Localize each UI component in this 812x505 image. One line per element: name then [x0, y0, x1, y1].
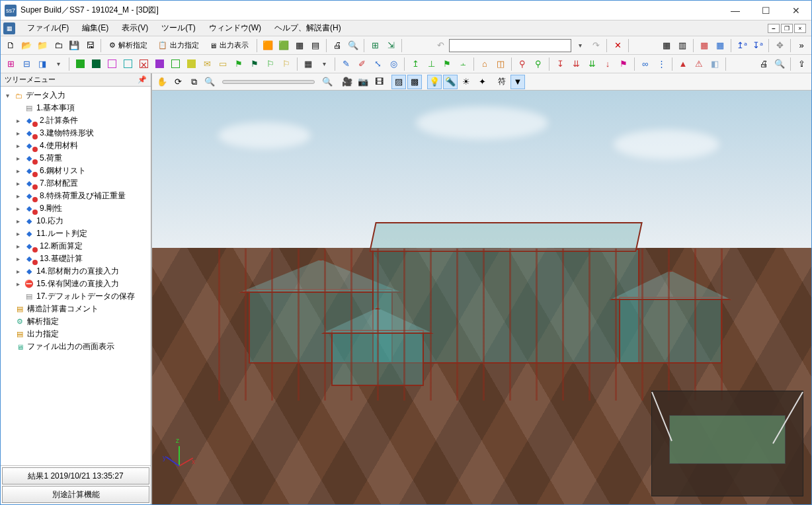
- export-icon[interactable]: ⇲: [384, 38, 398, 53]
- tree-item-2[interactable]: ▸◆2.計算条件: [2, 114, 149, 127]
- flag-m-icon[interactable]: ⚑: [616, 57, 631, 71]
- texture1-icon[interactable]: ▨: [391, 75, 406, 89]
- undo-icon[interactable]: ↶: [433, 38, 448, 53]
- link-icon[interactable]: ∞: [638, 57, 653, 71]
- tree-item-10[interactable]: ▸◆10.応力: [2, 215, 149, 227]
- tb2-icon[interactable]: 🟩: [276, 38, 291, 53]
- light3-icon[interactable]: ☀: [459, 75, 473, 89]
- folder-icon[interactable]: 🗀: [51, 38, 65, 53]
- annotation-toggle[interactable]: 符: [495, 75, 509, 89]
- load-down4-icon[interactable]: ↓: [600, 57, 615, 71]
- tree-extra-1[interactable]: ▤構造計算書コメント: [2, 303, 149, 315]
- zoom-icon[interactable]: 🔍: [202, 75, 217, 89]
- grid4-icon[interactable]: ▦: [713, 38, 727, 53]
- menu-file[interactable]: ファイル(F): [20, 21, 75, 35]
- load-down2-icon[interactable]: ⇊: [569, 57, 583, 71]
- grid3-icon[interactable]: ▦: [697, 38, 711, 53]
- warn2-icon[interactable]: ⚠: [692, 57, 706, 71]
- menu-window[interactable]: ウィンドウ(W): [202, 21, 268, 35]
- tree-item-1[interactable]: ▤1.基本事項: [2, 102, 149, 114]
- grid1-icon[interactable]: ▦: [659, 38, 674, 53]
- home-icon[interactable]: ⌂: [477, 57, 492, 71]
- tree-item-8[interactable]: ▸◆8.特殊荷重及び補正重量: [2, 190, 149, 202]
- analysis-spec-button[interactable]: ⚙解析指定: [104, 38, 152, 53]
- menu-tool[interactable]: ツール(T): [155, 21, 202, 35]
- shape-outline-icon[interactable]: [168, 57, 183, 71]
- tree-root[interactable]: ▾🗀 データ入力: [2, 89, 149, 102]
- output-display-button[interactable]: 🖥出力表示: [205, 38, 253, 53]
- open-icon[interactable]: 📂: [19, 38, 34, 53]
- mdi-minimize[interactable]: ‒: [768, 24, 780, 33]
- dropdown2-icon[interactable]: ▾: [51, 57, 65, 71]
- print2-icon[interactable]: 🖨: [756, 57, 771, 71]
- canvas-3d[interactable]: z x y: [152, 91, 811, 504]
- sort-desc-icon[interactable]: ↧ᵃ: [751, 38, 765, 53]
- load-down3-icon[interactable]: ⇊: [585, 57, 599, 71]
- menu-view[interactable]: 表示(V): [115, 21, 155, 35]
- command-input[interactable]: [449, 39, 571, 52]
- hand-icon[interactable]: ✋: [155, 75, 169, 89]
- pin-red-icon[interactable]: ⚲: [515, 57, 530, 71]
- save-icon[interactable]: 💾: [67, 38, 81, 53]
- level-icon[interactable]: ⫠: [456, 57, 470, 71]
- redo-icon[interactable]: ↷: [589, 38, 603, 53]
- texture2-icon[interactable]: ▩: [407, 75, 422, 89]
- shape-env-icon[interactable]: ✉: [200, 57, 214, 71]
- crop-icon[interactable]: ⧉: [186, 75, 201, 89]
- shape-flag-icon[interactable]: ⚑: [231, 57, 246, 71]
- light1-icon[interactable]: 💡: [427, 75, 442, 89]
- sort-asc-icon[interactable]: ↥ᵃ: [735, 38, 749, 53]
- dropdown-icon[interactable]: ▾: [573, 38, 587, 53]
- menu-edit[interactable]: 編集(E): [75, 21, 115, 35]
- tree-item-7[interactable]: ▸◆7.部材配置: [2, 177, 149, 190]
- tree-item-12[interactable]: ▸◆12.断面算定: [2, 240, 149, 252]
- tree-item-5[interactable]: ▸◆5.荷重: [2, 152, 149, 165]
- zoom2-icon[interactable]: 🔍: [320, 75, 335, 89]
- shape-x-icon[interactable]: ✕: [136, 57, 151, 71]
- result-button[interactable]: 結果1 2019/10/21 13:35:27: [2, 467, 149, 485]
- shape-yellow-icon[interactable]: [184, 57, 198, 71]
- camera1-icon[interactable]: 🎥: [340, 75, 354, 89]
- pin-green-icon[interactable]: ⚲: [531, 57, 546, 71]
- cube-icon[interactable]: ◧: [708, 57, 722, 71]
- shape-flag2-icon[interactable]: ⚑: [247, 57, 262, 71]
- tb1-icon[interactable]: 🟧: [261, 38, 275, 53]
- tree-extra-4[interactable]: 🖥ファイル出力の画面表示: [2, 340, 149, 353]
- target-icon[interactable]: ◎: [386, 57, 401, 71]
- output-spec-button[interactable]: 📋出力指定: [153, 38, 204, 53]
- matrix-icon[interactable]: ▦: [301, 57, 315, 71]
- plan-view-icon[interactable]: ⊟: [19, 57, 34, 71]
- delete-icon[interactable]: ✕: [610, 38, 625, 53]
- link2-icon[interactable]: ⋮: [654, 57, 669, 71]
- warn-icon[interactable]: ▲: [676, 57, 690, 71]
- maximize-button[interactable]: ☐: [751, 1, 781, 20]
- shape-cyan-icon[interactable]: [120, 57, 135, 71]
- shape-darkgreen-icon[interactable]: [89, 57, 103, 71]
- wand-icon[interactable]: ✎: [339, 57, 353, 71]
- grid-view-icon[interactable]: ⊞: [3, 57, 18, 71]
- menu-help[interactable]: ヘルプ、解説書(H): [268, 21, 348, 35]
- light2-icon[interactable]: 🔦: [443, 75, 458, 89]
- overflow-icon[interactable]: »: [794, 38, 809, 53]
- tree-item-3[interactable]: ▸◆3.建物特殊形状: [2, 127, 149, 139]
- preview2-icon[interactable]: 🔍: [772, 57, 787, 71]
- tree-item-14[interactable]: ▸◆14.部材耐力の直接入力: [2, 265, 149, 278]
- minimap[interactable]: [651, 391, 803, 496]
- menu-app-icon[interactable]: ▦: [3, 22, 15, 34]
- mdi-restore[interactable]: ❐: [781, 24, 793, 33]
- grid2-icon[interactable]: ▥: [675, 38, 690, 53]
- tb3-icon[interactable]: ▦: [292, 38, 307, 53]
- wand2-icon[interactable]: ✐: [354, 57, 369, 71]
- camera3-icon[interactable]: 🎞: [372, 75, 386, 89]
- shape-env2-icon[interactable]: ▭: [216, 57, 230, 71]
- pin-icon[interactable]: 📌: [138, 75, 147, 84]
- tree-extra-3[interactable]: ▤出力指定: [2, 328, 149, 340]
- dropdown3-icon[interactable]: ▾: [317, 57, 331, 71]
- camera2-icon[interactable]: 📷: [356, 75, 370, 89]
- chart-icon[interactable]: ◫: [493, 57, 508, 71]
- shape-flag3-icon[interactable]: ⚐: [263, 57, 278, 71]
- shape-flag4-icon[interactable]: ⚐: [279, 57, 294, 71]
- saveall-icon[interactable]: 🖫: [83, 38, 97, 53]
- new-icon[interactable]: 🗋: [3, 38, 18, 53]
- preview-icon[interactable]: 🔍: [346, 38, 360, 53]
